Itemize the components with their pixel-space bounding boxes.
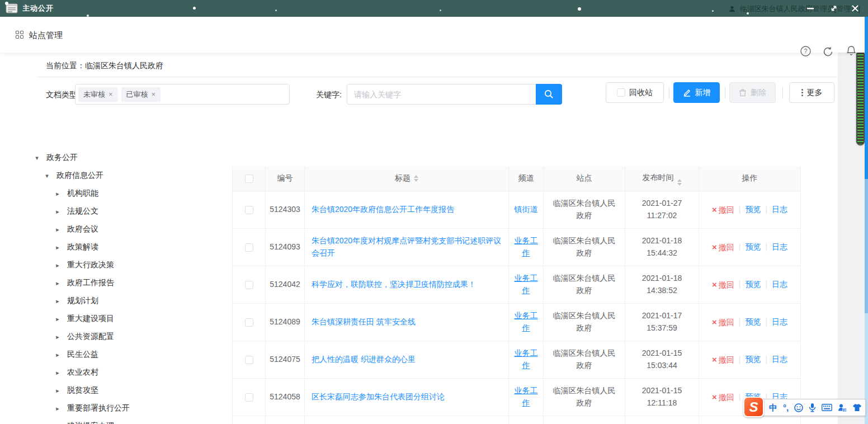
chinese-mode-icon[interactable]: 中	[769, 403, 777, 412]
microphone-icon[interactable]	[809, 403, 816, 412]
doc-type-select[interactable]: 未审核 × 已审核 ×	[75, 84, 290, 105]
caret-right-icon[interactable]	[54, 315, 61, 323]
help-button[interactable]: ?	[800, 46, 811, 58]
recall-action[interactable]: ×撤回	[712, 241, 734, 254]
caret-down-icon[interactable]	[34, 154, 40, 162]
outer-scrollbar-thumb[interactable]	[865, 17, 868, 179]
caret-right-icon[interactable]	[54, 387, 61, 394]
recall-action[interactable]: ×撤回	[712, 278, 734, 291]
caret-right-icon[interactable]	[54, 280, 61, 287]
caret-right-icon[interactable]	[54, 262, 61, 269]
channel-link[interactable]: 业务工作	[512, 272, 540, 296]
tree-item[interactable]: 法规公文	[34, 202, 229, 220]
caret-right-icon[interactable]	[54, 333, 61, 341]
skin-icon[interactable]	[852, 403, 862, 412]
doc-title-link[interactable]: 朱台镇2020年度对村观摩点评暨村党支部书记述职评议会召开	[312, 235, 502, 259]
row-checkbox[interactable]	[245, 318, 253, 327]
tree-item[interactable]: 脱贫攻坚	[34, 381, 229, 399]
recall-action[interactable]: ×撤回	[712, 315, 734, 329]
keyboard-icon[interactable]	[822, 404, 832, 411]
doc-title-link[interactable]: 朱台镇2020年政府信息公开工作年度报告	[312, 204, 454, 216]
tree-item[interactable]: 重大建设项目	[34, 310, 229, 328]
tree-item[interactable]: 公共资源配置	[34, 328, 229, 346]
tree-item[interactable]: 重要部署执行公开	[34, 399, 229, 417]
row-checkbox[interactable]	[245, 393, 253, 402]
recycle-checkbox[interactable]	[617, 88, 625, 97]
recall-action[interactable]: ×撤回	[712, 203, 734, 216]
user-count-icon[interactable]: 19	[838, 403, 847, 412]
channel-link[interactable]: 业务工作	[512, 347, 540, 371]
preview-action[interactable]: 预览	[745, 204, 761, 216]
minimize-button[interactable]	[801, 0, 820, 17]
header-title[interactable]: 标题	[305, 166, 509, 191]
preview-action[interactable]: 预览	[745, 316, 761, 328]
punctuation-icon[interactable]: °,	[783, 403, 789, 412]
tree-item-label: 法规公文	[67, 206, 98, 216]
caret-right-icon[interactable]	[54, 226, 61, 233]
doc-title-link[interactable]: 朱台镇深耕责任田 筑牢安全线	[312, 316, 416, 328]
channel-link[interactable]: 镇街道	[515, 204, 538, 216]
tag-close-icon[interactable]: ×	[108, 90, 113, 98]
modules-grid-icon[interactable]	[16, 31, 24, 39]
row-checkbox[interactable]	[245, 206, 253, 214]
header-publish-time[interactable]: 发布时间	[625, 166, 699, 191]
tree-item[interactable]: 民生公益	[34, 346, 229, 364]
caret-right-icon[interactable]	[54, 298, 61, 305]
close-button[interactable]	[846, 0, 865, 17]
tree-item[interactable]: 建议提案办理	[34, 417, 229, 424]
recall-action[interactable]: ×撤回	[712, 353, 734, 366]
tag-close-icon[interactable]: ×	[152, 90, 156, 98]
caret-right-icon[interactable]	[54, 405, 61, 412]
recycle-bin-button[interactable]: 回收站	[606, 82, 664, 103]
log-action[interactable]: 日志	[772, 354, 787, 366]
row-checkbox[interactable]	[245, 243, 253, 252]
sort-icon[interactable]	[414, 175, 418, 182]
channel-link[interactable]: 业务工作	[512, 235, 540, 259]
channel-link[interactable]: 业务工作	[512, 385, 540, 409]
tree-item[interactable]: 政府会议	[34, 220, 229, 238]
sort-icon[interactable]	[677, 179, 682, 186]
search-button[interactable]	[536, 84, 562, 105]
sogou-logo[interactable]: S	[743, 397, 764, 417]
maximize-button[interactable]	[824, 0, 843, 17]
select-all-checkbox[interactable]	[245, 175, 253, 183]
notifications-button[interactable]	[846, 45, 856, 58]
preview-action[interactable]: 预览	[745, 241, 761, 253]
add-button[interactable]: 新增	[673, 82, 720, 103]
caret-right-icon[interactable]	[54, 351, 61, 359]
caret-right-icon[interactable]	[54, 208, 61, 215]
recall-action[interactable]: ×撤回	[712, 390, 734, 404]
preview-action[interactable]: 预览	[745, 354, 761, 366]
recycle-label: 回收站	[629, 88, 653, 98]
log-action[interactable]: 日志	[772, 241, 787, 253]
caret-down-icon[interactable]	[44, 172, 50, 180]
tree-item[interactable]: 规划计划	[34, 292, 229, 310]
caret-right-icon[interactable]	[54, 369, 61, 376]
doc-title-link[interactable]: 区长宋磊同志参加朱台代表团分组讨论	[312, 391, 445, 403]
tree-item[interactable]: 农业农村	[34, 364, 229, 381]
log-action[interactable]: 日志	[772, 279, 787, 291]
nav-site-management[interactable]: 站点管理	[29, 30, 63, 41]
inner-scrollbar-thumb[interactable]	[856, 50, 865, 145]
tree-item[interactable]: 机构职能	[34, 185, 229, 202]
tree-item[interactable]: 政府工作报告	[34, 274, 229, 292]
log-action[interactable]: 日志	[772, 316, 787, 328]
log-action[interactable]: 日志	[772, 204, 787, 216]
doc-title-link[interactable]: 科学应对，联防联控，坚决捍卫疫情防控成果！	[312, 279, 476, 291]
tree-item[interactable]: 政府信息公开	[34, 167, 229, 185]
emoji-icon[interactable]	[794, 403, 803, 412]
tree-item[interactable]: 政策解读	[34, 238, 229, 256]
row-checkbox[interactable]	[245, 356, 253, 364]
caret-right-icon[interactable]	[54, 244, 61, 251]
tree-item[interactable]: 重大行政决策	[34, 256, 229, 274]
more-button[interactable]: 更多	[789, 82, 834, 103]
delete-button[interactable]: 删除	[729, 82, 776, 103]
channel-link[interactable]: 业务工作	[512, 310, 540, 334]
tree-item[interactable]: 政务公开	[34, 149, 229, 167]
refresh-button[interactable]	[823, 46, 833, 59]
preview-action[interactable]: 预览	[745, 279, 761, 291]
doc-title-link[interactable]: 把人性的温暖 织进群众的心里	[312, 354, 416, 366]
row-checkbox[interactable]	[245, 281, 253, 289]
keyword-input[interactable]	[347, 84, 536, 105]
caret-right-icon[interactable]	[54, 190, 61, 197]
